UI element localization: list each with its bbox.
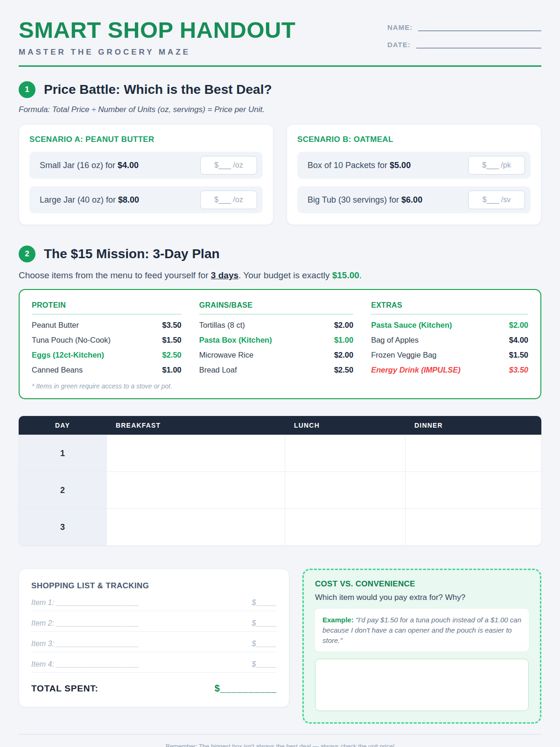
meal-plan-table: DAY BREAKFAST LUNCH DINNER 1 2 3: [19, 416, 541, 545]
reflection-example: Example: "I'd pay $1.50 for a tuna pouch…: [315, 609, 529, 651]
meal-cell-day1-breakfast[interactable]: [106, 435, 285, 472]
section1-title: Price Battle: Which is the Best Deal?: [44, 82, 272, 97]
date-field: DATE:: [387, 41, 541, 49]
total-spent-blank[interactable]: $__________: [215, 683, 277, 694]
meal-cell-day2-lunch[interactable]: [285, 472, 405, 508]
menu-column-grains: GRAINS/BASE Tortillas (8 ct)$2.00 Pasta …: [199, 301, 353, 374]
meal-cell-day1-dinner[interactable]: [405, 435, 541, 472]
menu-item: Bag of Apples$4.00: [371, 336, 528, 345]
date-blank-line[interactable]: [416, 41, 541, 49]
scenario-a-row-1-text: Small Jar (16 oz) for $4.00: [40, 161, 139, 170]
reflection-answer-box[interactable]: [315, 659, 529, 711]
meal-table-header: DAY BREAKFAST LUNCH DINNER: [19, 416, 541, 435]
menu-item-impulse: Energy Drink (IMPULSE)$3.50: [371, 366, 528, 374]
example-label: Example:: [322, 616, 354, 624]
scenario-a-card: SCENARIO A: PEANUT BUTTER Small Jar (16 …: [19, 124, 273, 225]
section2-intro: Choose items from the menu to feed yours…: [19, 270, 541, 281]
header: SMART SHOP HANDOUT MASTER THE GROCERY MA…: [19, 19, 541, 58]
date-label: DATE:: [387, 41, 411, 49]
shopping-item-2-amount-blank[interactable]: $_____: [252, 619, 277, 627]
scenario-b-row-1-text: Box of 10 Packets for $5.00: [308, 161, 411, 170]
menu-item: Tortillas (8 ct)$2.00: [199, 321, 353, 330]
day-1-label: 1: [19, 435, 106, 472]
scenario-b-row-2-answer-box[interactable]: $___ /sv: [468, 190, 525, 209]
shopping-list-card: SHOPPING LIST & TRACKING Item 1: _______…: [19, 569, 289, 707]
menu-item: Bread Loaf$2.50: [199, 366, 353, 374]
col-header-breakfast: BREAKFAST: [106, 422, 285, 429]
menu-item: Frozen Veggie Bag$1.50: [371, 351, 528, 359]
intro-budget-highlight: $15.00: [332, 270, 359, 280]
total-spent-row: TOTAL SPENT: $__________: [31, 683, 277, 694]
page-subtitle: MASTER THE GROCERY MAZE: [19, 48, 295, 57]
scenario-a-row-1: Small Jar (16 oz) for $4.00 $___ /oz: [29, 152, 263, 179]
meal-cell-day1-lunch[interactable]: [285, 435, 405, 472]
shopping-item-row: Item 4: ____________________ $_____: [31, 652, 277, 673]
header-divider: [19, 65, 541, 67]
scenario-a-title: SCENARIO A: PEANUT BUTTER: [29, 135, 263, 144]
menu-item-kitchen: Eggs (12ct-Kitchen)$2.50: [32, 351, 182, 359]
footer-divider: [19, 734, 541, 735]
shopping-list-title: SHOPPING LIST & TRACKING: [31, 581, 277, 591]
col-header-lunch: LUNCH: [285, 422, 405, 429]
page-title: SMART SHOP HANDOUT: [19, 19, 295, 42]
shopping-item-row: Item 3: ____________________ $_____: [31, 632, 277, 652]
name-date-fields: NAME: DATE:: [387, 19, 541, 58]
scenario-b-title: SCENARIO B: OATMEAL: [297, 135, 531, 144]
table-row: 1: [19, 435, 541, 472]
reflection-title: COST VS. CONVENIENCE: [315, 579, 529, 589]
shopping-item-1-blank[interactable]: Item 1: ____________________: [31, 599, 139, 607]
menu-item: Tuna Pouch (No-Cook)$1.50: [32, 336, 182, 345]
menu-item-kitchen: Pasta Box (Kitchen)$1.00: [199, 336, 353, 345]
meal-cell-day2-breakfast[interactable]: [106, 472, 285, 508]
shopping-item-4-amount-blank[interactable]: $_____: [252, 660, 277, 669]
menu-box: PROTEIN Peanut Butter$3.50 Tuna Pouch (N…: [19, 289, 541, 399]
section2-number-badge: 2: [19, 246, 35, 262]
formula-text: Formula: Total Price ÷ Number of Units (…: [19, 105, 541, 114]
section2-heading: 2 The $15 Mission: 3-Day Plan: [19, 246, 541, 262]
col-header-day: DAY: [19, 422, 106, 429]
menu-extras-title: EXTRAS: [371, 301, 528, 315]
scenario-b-row-2-text: Big Tub (30 servings) for $6.00: [308, 195, 422, 205]
scenario-b-row-2: Big Tub (30 servings) for $6.00 $___ /sv: [297, 186, 531, 213]
intro-days-highlight: 3 days: [211, 270, 238, 280]
shopping-item-4-blank[interactable]: Item 4: ____________________: [31, 660, 139, 669]
worksheet-page: SMART SHOP HANDOUT MASTER THE GROCERY MA…: [0, 0, 560, 724]
meal-cell-day3-breakfast[interactable]: [106, 509, 285, 545]
col-header-dinner: DINNER: [405, 422, 541, 429]
scenario-b-row-1-answer-box[interactable]: $___ /pk: [468, 156, 525, 175]
meal-cell-day3-lunch[interactable]: [285, 509, 405, 545]
menu-grains-title: GRAINS/BASE: [199, 301, 353, 315]
table-row: 3: [19, 508, 541, 545]
section1-heading: 1 Price Battle: Which is the Best Deal?: [19, 81, 541, 98]
scenario-b-row-1: Box of 10 Packets for $5.00 $___ /pk: [297, 152, 531, 179]
header-titles: SMART SHOP HANDOUT MASTER THE GROCERY MA…: [19, 19, 295, 57]
scenario-a-row-2: Large Jar (40 oz) for $8.00 $___ /oz: [29, 186, 263, 213]
shopping-item-3-amount-blank[interactable]: $_____: [252, 640, 277, 648]
name-field: NAME:: [387, 23, 541, 31]
name-blank-line[interactable]: [418, 24, 541, 31]
menu-item: Peanut Butter$3.50: [32, 321, 182, 330]
menu-protein-title: PROTEIN: [32, 301, 182, 315]
shopping-item-1-amount-blank[interactable]: $_____: [252, 599, 277, 607]
menu-column-extras: EXTRAS Pasta Sauce (Kitchen)$2.00 Bag of…: [371, 301, 528, 374]
table-row: 2: [19, 472, 541, 508]
name-label: NAME:: [387, 23, 413, 31]
scenario-a-row-1-answer-box[interactable]: $___ /oz: [200, 156, 257, 175]
footer-note: Remember: The biggest box isn't always t…: [0, 743, 560, 747]
menu-footnote: * Items in green require access to a sto…: [32, 382, 528, 390]
shopping-item-2-blank[interactable]: Item 2: ____________________: [31, 619, 139, 627]
scenario-cards: SCENARIO A: PEANUT BUTTER Small Jar (16 …: [19, 124, 541, 225]
meal-cell-day3-dinner[interactable]: [405, 509, 541, 545]
cost-vs-convenience-card: COST VS. CONVENIENCE Which item would yo…: [302, 569, 541, 724]
menu-item: Canned Beans$1.00: [32, 366, 182, 374]
scenario-a-row-2-answer-box[interactable]: $___ /oz: [200, 190, 257, 209]
shopping-item-3-blank[interactable]: Item 3: ____________________: [31, 640, 139, 648]
menu-item-kitchen: Pasta Sauce (Kitchen)$2.00: [371, 321, 528, 330]
menu-column-protein: PROTEIN Peanut Butter$3.50 Tuna Pouch (N…: [32, 301, 182, 374]
scenario-b-card: SCENARIO B: OATMEAL Box of 10 Packets fo…: [287, 124, 541, 225]
day-2-label: 2: [19, 472, 106, 508]
section1-number-badge: 1: [19, 81, 35, 98]
scenario-a-row-2-text: Large Jar (40 oz) for $8.00: [40, 195, 139, 205]
meal-cell-day2-dinner[interactable]: [405, 472, 541, 508]
reflection-question: Which item would you pay extra for? Why?: [315, 593, 529, 602]
